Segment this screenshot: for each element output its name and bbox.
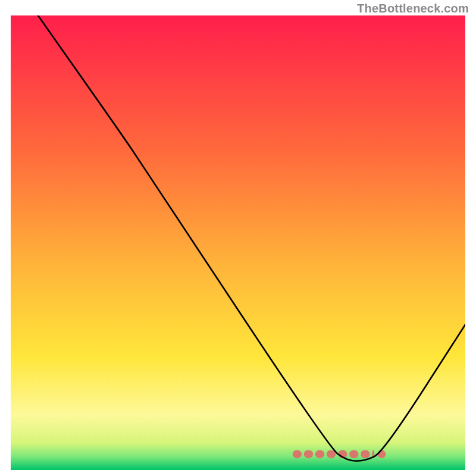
watermark-text: TheBottleneck.com [357, 2, 469, 15]
svg-rect-2 [315, 450, 324, 458]
bottleneck-chart [11, 15, 465, 470]
svg-rect-6 [361, 450, 369, 458]
svg-rect-5 [349, 450, 358, 458]
chart-background-gradient [11, 15, 465, 470]
svg-rect-1 [304, 450, 313, 458]
svg-rect-0 [293, 450, 302, 458]
chart-svg [11, 15, 465, 470]
svg-point-8 [378, 450, 386, 458]
